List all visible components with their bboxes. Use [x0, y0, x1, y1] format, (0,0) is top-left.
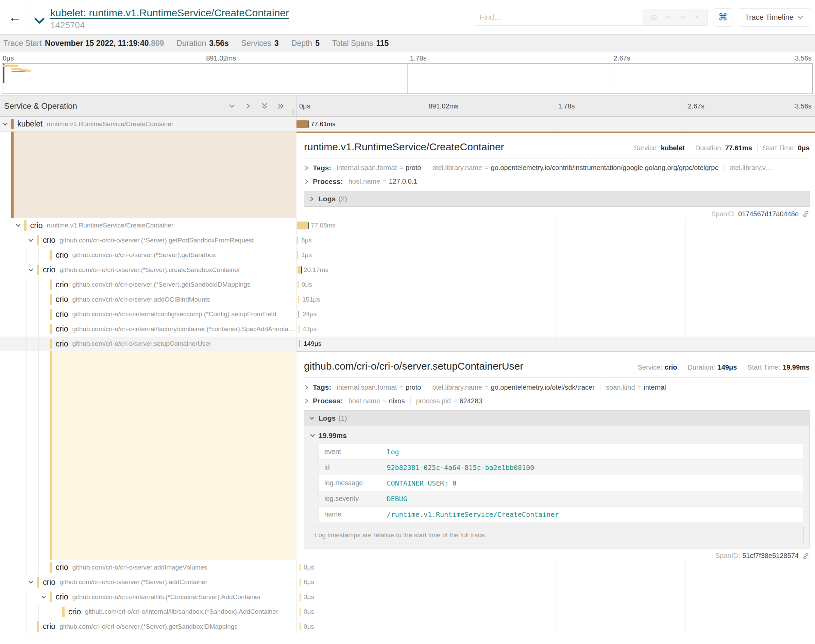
span-timeline-cell[interactable]: 149μs [297, 337, 815, 351]
minimap-canvas[interactable] [2, 63, 813, 94]
span-bar[interactable] [300, 563, 300, 571]
expand-one-level-icon[interactable] [245, 102, 252, 110]
span-timeline-cell[interactable]: 0μs [297, 560, 815, 575]
span-name-cell[interactable]: kubelet runtime.v1.RuntimeService/Create… [0, 117, 297, 132]
span-bar[interactable] [300, 340, 300, 348]
log-field-row[interactable]: log.messageCONTAINER USER: 0 [319, 475, 803, 491]
span-timeline-cell[interactable]: 0μs [297, 278, 815, 293]
back-button[interactable]: ← [0, 0, 30, 34]
span-timeline-cell[interactable]: 8μs [297, 233, 815, 248]
log-field-row[interactable]: name/runtime.v1.RuntimeService/CreateCon… [319, 507, 803, 522]
expand-chevron-icon[interactable] [2, 121, 8, 127]
span-bar[interactable] [300, 593, 300, 601]
span-name-cell[interactable]: crio github.com/cri-o/cri-o/server.(*Ser… [0, 619, 297, 634]
span-name-cell[interactable]: crio github.com/cri-o/cri-o/server.(*Ser… [0, 575, 297, 590]
span-bar[interactable] [300, 623, 300, 630]
expand-chevron-icon[interactable] [15, 223, 21, 228]
span-row[interactable]: kubelet runtime.v1.RuntimeService/Create… [0, 117, 815, 132]
span-row[interactable]: crio github.com/cri-o/cri-o/server.(*Ser… [0, 262, 815, 278]
expand-chevron-icon[interactable] [28, 580, 34, 585]
next-match-icon[interactable] [679, 14, 687, 21]
span-timeline-cell[interactable]: 77.61ms [297, 117, 815, 132]
span-name-cell[interactable]: crio github.com/cri-o/cri-o/internal/lib… [0, 604, 297, 619]
span-name-cell[interactable]: crio github.com/cri-o/cri-o/server.(*Ser… [0, 233, 297, 248]
collapse-trace-chevron-icon[interactable] [34, 17, 45, 26]
span-name-cell[interactable]: crio github.com/cri-o/cri-o/server.addIm… [0, 560, 297, 575]
span-bar[interactable] [298, 296, 299, 303]
operation-name: github.com/cri-o/cri-o/server.setupConta… [72, 340, 211, 348]
timeline-tick-label: 3.56s [795, 54, 812, 62]
span-name-cell[interactable]: crio github.com/cri-o/cri-o/internal/con… [0, 307, 297, 322]
span-row[interactable]: crio github.com/cri-o/cri-o/server.setup… [0, 337, 815, 351]
tags-accordion[interactable]: Tags: internal.span.format=protootel.lib… [304, 383, 810, 391]
span-name-cell[interactable]: crio github.com/cri-o/cri-o/server.setup… [0, 337, 297, 351]
span-row[interactable]: crio github.com/cri-o/cri-o/server.(*Ser… [0, 248, 815, 263]
trace-title-link[interactable]: kubelet: runtime.v1.RuntimeService/Creat… [50, 7, 289, 18]
span-bar[interactable] [297, 222, 308, 230]
operation-name: github.com/cri-o/cri-o/server.addOCIBind… [72, 296, 210, 303]
span-bar[interactable] [297, 251, 298, 259]
expand-chevron-icon[interactable] [41, 594, 47, 600]
span-bar[interactable] [299, 311, 299, 318]
span-name-cell[interactable]: crio github.com/cri-o/cri-o/internal/fac… [0, 322, 297, 337]
logs-accordion-expanded[interactable]: Logs (1) [304, 410, 810, 426]
expand-chevron-icon[interactable] [28, 267, 34, 273]
span-row[interactable]: crio runtime.v1.RuntimeService/CreateCon… [0, 218, 815, 233]
span-bar[interactable] [297, 281, 299, 289]
process-accordion[interactable]: Process: host.name=nixosprocess.pid=6242… [304, 397, 810, 405]
span-timeline-cell[interactable]: 3μs [297, 590, 815, 604]
span-row[interactable]: crio github.com/cri-o/cri-o/server.(*Ser… [0, 619, 815, 634]
keyboard-shortcuts-button[interactable]: ⌘ [714, 8, 732, 26]
deep-link-icon[interactable] [802, 552, 810, 560]
find-input[interactable] [474, 9, 643, 26]
span-row[interactable]: crio github.com/cri-o/cri-o/server.(*Ser… [0, 575, 815, 590]
span-row[interactable]: crio github.com/cri-o/cri-o/internal/con… [0, 307, 815, 322]
span-timeline-cell[interactable]: 20.17ms [297, 262, 815, 278]
log-field-row[interactable]: id92b82381-025c-4a64-815c-ba2e1bb08100 [319, 460, 803, 475]
span-bar[interactable] [299, 325, 300, 333]
expand-chevron-icon[interactable] [28, 237, 34, 243]
span-timeline-cell[interactable]: 43μs [297, 322, 815, 337]
span-name-cell[interactable]: crio github.com/cri-o/cri-o/server.addOC… [0, 292, 297, 307]
span-timeline-cell[interactable]: 1μs [297, 248, 815, 263]
span-name-cell[interactable]: crio github.com/cri-o/cri-o/server.(*Ser… [0, 262, 297, 278]
prev-match-icon[interactable] [665, 14, 672, 21]
span-bar[interactable] [300, 608, 300, 616]
process-accordion[interactable]: Process: host.name=127.0.0.1 [304, 178, 810, 186]
span-name-cell[interactable]: crio github.com/cri-o/cri-o/server.(*Ser… [0, 278, 297, 293]
tags-accordion[interactable]: Tags: internal.span.format=protootel.lib… [304, 164, 810, 172]
span-timeline-cell[interactable]: 151μs [297, 292, 815, 307]
span-bar[interactable] [297, 120, 308, 128]
span-bar[interactable] [300, 578, 300, 586]
span-row[interactable]: crio github.com/cri-o/cri-o/internal/lib… [0, 590, 815, 604]
span-row[interactable]: crio github.com/cri-o/cri-o/internal/lib… [0, 604, 815, 619]
focus-match-icon[interactable] [650, 13, 658, 21]
span-name-cell[interactable]: crio github.com/cri-o/cri-o/server.(*Ser… [0, 248, 297, 263]
span-name-cell[interactable]: crio github.com/cri-o/cri-o/internal/lib… [0, 590, 297, 604]
span-timeline-cell[interactable]: 24μs [297, 307, 815, 322]
span-row[interactable]: crio github.com/cri-o/cri-o/server.addOC… [0, 292, 815, 307]
span-row[interactable]: crio github.com/cri-o/cri-o/internal/fac… [0, 322, 815, 337]
trace-view-selector[interactable]: Trace Timeline [738, 8, 810, 26]
span-timeline-cell[interactable]: 0μs [297, 604, 815, 619]
span-timeline-cell[interactable]: 0μs [297, 619, 815, 634]
log-field-row[interactable]: log.severityDEBUG [319, 491, 803, 507]
logs-accordion-collapsed[interactable]: Logs (2) [304, 191, 810, 207]
span-name-cell[interactable]: crio runtime.v1.RuntimeService/CreateCon… [0, 218, 297, 233]
span-row[interactable]: crio github.com/cri-o/cri-o/server.addIm… [0, 560, 815, 575]
log-entry-header[interactable]: 19.99ms [310, 431, 804, 440]
span-row[interactable]: crio github.com/cri-o/cri-o/server.(*Ser… [0, 278, 815, 293]
expand-all-icon[interactable] [277, 102, 285, 110]
span-timeline-cell[interactable]: 6μs [297, 575, 815, 590]
service-color-bar [11, 119, 14, 129]
collapse-one-level-icon[interactable] [228, 102, 236, 110]
span-bar[interactable] [297, 236, 298, 244]
span-bar[interactable] [297, 266, 300, 274]
span-timeline-cell[interactable]: 77.08ms [297, 218, 815, 233]
span-row[interactable]: crio github.com/cri-o/cri-o/server.(*Ser… [0, 233, 815, 248]
deep-link-icon[interactable] [802, 210, 810, 218]
column-resize-grip[interactable]: || [290, 108, 295, 115]
log-field-row[interactable]: eventlog [319, 444, 803, 460]
clear-find-icon[interactable] [694, 14, 700, 21]
collapse-all-icon[interactable] [261, 102, 268, 110]
